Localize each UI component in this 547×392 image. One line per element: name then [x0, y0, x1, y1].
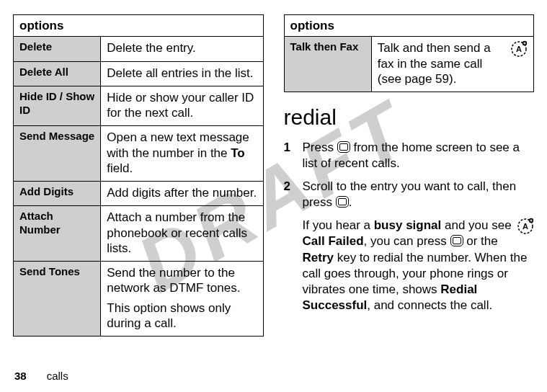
option-label: Attach Number [14, 206, 101, 262]
svg-text:A: A [522, 222, 528, 231]
right-options-table: options Talk then Fax A Talk and then se… [284, 14, 535, 92]
table-header: options [284, 15, 534, 37]
option-label: Send Tones [14, 262, 101, 337]
section-title: redial [284, 105, 535, 130]
table-row: Send Tones Send the number to the networ… [14, 262, 264, 337]
table-row: Add Digits Add digits after the number. [14, 182, 264, 206]
step-number: 2 [284, 179, 303, 210]
svg-text:A: A [516, 45, 522, 53]
para-text: key to redial the number. When the call … [303, 251, 528, 296]
desc-text: Open a new text message with the number … [107, 130, 249, 159]
option-desc: Hide or show your caller ID for the next… [101, 86, 263, 126]
option-desc: Send the number to the network as DTMF t… [101, 262, 263, 337]
option-desc: A Talk and then send a fax in the same c… [371, 37, 533, 92]
para-text: or the [463, 234, 498, 248]
desc-text: Send the number to the network as DTMF t… [107, 265, 257, 296]
table-row: Talk then Fax A Talk and then send a fax… [284, 37, 534, 92]
option-label: Send Message [14, 126, 101, 182]
plus-a-icon: A [510, 40, 528, 58]
option-desc: Open a new text message with the number … [101, 126, 263, 182]
desc-text: field. [107, 161, 133, 175]
para-bold: Call Failed [303, 234, 364, 248]
option-label: Delete [14, 37, 101, 61]
table-row: Delete Delete the entry. [14, 37, 264, 61]
left-column: options Delete Delete the entry. Delete … [13, 14, 264, 346]
option-label: Add Digits [14, 182, 101, 206]
step-text: Scroll to the entry you want to call, th… [303, 179, 517, 209]
page-content: options Delete Delete the entry. Delete … [0, 0, 547, 346]
list-item: 2 Scroll to the entry you want to call, … [284, 179, 535, 210]
desc-bold: To [231, 146, 245, 160]
para-bold: Retry [303, 251, 334, 264]
step-text: . [349, 195, 352, 209]
option-desc: Attach a number from the phonebook or re… [101, 206, 263, 262]
page-number: 38 [14, 370, 27, 382]
table-row: Hide ID / Show ID Hide or show your call… [14, 86, 264, 126]
para-bold: busy signal [374, 218, 442, 232]
option-label: Delete All [14, 61, 101, 86]
steps-list: 1 Press from the home screen to see a li… [284, 140, 535, 210]
call-key-icon [336, 196, 349, 208]
right-column: options Talk then Fax A Talk and then se… [284, 14, 535, 346]
para-text: , and connects the call. [367, 298, 492, 312]
step-body: Press from the home screen to see a list… [303, 140, 535, 172]
footer-section: calls [47, 370, 68, 382]
para-text: If you hear a [303, 218, 374, 232]
step-text: Press [303, 141, 337, 154]
table-header: options [14, 15, 264, 37]
left-options-table: options Delete Delete the entry. Delete … [13, 14, 264, 337]
option-desc: Delete all entries in the list. [101, 61, 263, 86]
table-row: Attach Number Attach a number from the p… [14, 206, 264, 262]
option-desc: Delete the entry. [101, 37, 263, 61]
plus-a-icon: A [517, 218, 534, 235]
call-key-icon [450, 235, 463, 246]
paragraph: A If you hear a busy signal and you see … [303, 218, 535, 313]
step-body: Scroll to the entry you want to call, th… [303, 179, 535, 210]
table-row: Send Message Open a new text message wit… [14, 126, 264, 182]
step-number: 1 [284, 140, 303, 172]
option-label: Hide ID / Show ID [14, 86, 101, 126]
para-text: , you can press [364, 234, 450, 248]
desc-text: This option shows only during a call. [107, 300, 257, 331]
call-key-icon [337, 141, 350, 153]
desc-text: Talk and then send a fax in the same cal… [378, 41, 491, 86]
option-desc: Add digits after the number. [101, 182, 263, 206]
para-text: and you see [441, 218, 511, 232]
list-item: 1 Press from the home screen to see a li… [284, 140, 535, 172]
option-label: Talk then Fax [284, 37, 371, 92]
table-row: Delete All Delete all entries in the lis… [14, 61, 264, 86]
page-footer: 38calls [14, 370, 68, 382]
